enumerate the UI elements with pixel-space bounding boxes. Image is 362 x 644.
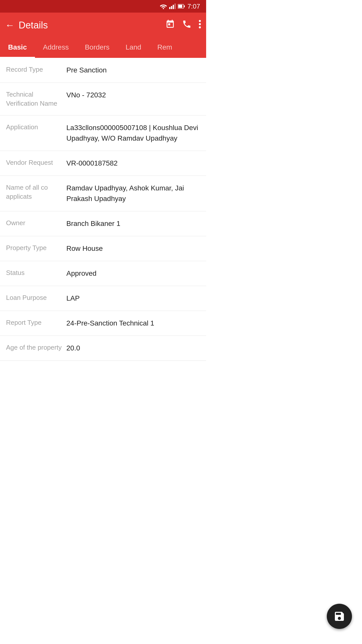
back-button[interactable]: ← <box>5 20 15 31</box>
wifi-icon <box>160 4 167 9</box>
details-content: Record Type Pre Sanction Technical Verif… <box>0 58 206 361</box>
tab-borders[interactable]: Borders <box>77 38 117 58</box>
application-row: Application La33cllons000005007108 | Kou… <box>0 115 206 151</box>
status-row: Status Approved <box>0 261 206 286</box>
svg-point-10 <box>199 26 201 28</box>
calendar-icon[interactable] <box>165 19 175 31</box>
svg-point-9 <box>199 23 201 25</box>
record-type-row: Record Type Pre Sanction <box>0 58 206 83</box>
application-value: La33cllons000005007108 | Koushlua Devi U… <box>66 123 200 144</box>
svg-rect-4 <box>174 4 176 9</box>
property-type-label: Property Type <box>6 243 66 252</box>
header: ← Details <box>0 13 206 38</box>
svg-rect-3 <box>173 5 174 9</box>
vendor-request-row: Vendor Request VR-0000187582 <box>0 151 206 176</box>
age-property-row: Age of the property 20.0 <box>0 336 206 361</box>
record-type-label: Record Type <box>6 65 66 74</box>
technical-verification-label: Technical Verification Name <box>6 90 66 108</box>
page-title: Details <box>19 20 48 31</box>
header-left: ← Details <box>5 20 48 31</box>
svg-point-0 <box>163 8 164 9</box>
age-property-value: 20.0 <box>66 343 200 353</box>
more-options-icon[interactable] <box>199 19 201 31</box>
report-type-value: 24-Pre-Sanction Technical 1 <box>66 318 200 329</box>
vendor-request-label: Vendor Request <box>6 158 66 167</box>
status-time: 7:07 <box>187 3 200 10</box>
svg-rect-7 <box>184 5 185 7</box>
status-label: Status <box>6 268 66 277</box>
property-type-value: Row House <box>66 243 200 254</box>
tab-land[interactable]: Land <box>117 38 149 58</box>
svg-rect-2 <box>171 6 172 9</box>
tab-address[interactable]: Address <box>35 38 77 58</box>
age-property-label: Age of the property <box>6 343 66 352</box>
application-label: Application <box>6 123 66 132</box>
status-value: Approved <box>66 268 200 279</box>
vendor-request-value: VR-0000187582 <box>66 158 200 169</box>
co-applicants-value: Ramdav Upadhyay, Ashok Kumar, Jai Prakas… <box>66 183 200 204</box>
svg-rect-1 <box>169 7 170 9</box>
report-type-label: Report Type <box>6 318 66 327</box>
record-type-value: Pre Sanction <box>66 65 200 75</box>
signal-icon <box>169 4 176 9</box>
technical-verification-row: Technical Verification Name VNo - 72032 <box>0 83 206 115</box>
owner-row: Owner Branch Bikaner 1 <box>0 211 206 236</box>
tab-rem[interactable]: Rem <box>149 38 180 58</box>
status-icons: 7:07 <box>160 3 200 10</box>
status-bar: 7:07 <box>0 0 206 13</box>
loan-purpose-row: Loan Purpose LAP <box>0 286 206 311</box>
loan-purpose-value: LAP <box>66 293 200 304</box>
owner-value: Branch Bikaner 1 <box>66 218 200 229</box>
svg-point-8 <box>199 20 201 22</box>
tab-basic[interactable]: Basic <box>0 38 35 58</box>
co-applicants-row: Name of all co applicats Ramdav Upadhyay… <box>0 176 206 211</box>
svg-rect-6 <box>178 5 182 8</box>
technical-verification-value: VNo - 72032 <box>66 90 200 100</box>
tabs-bar: Basic Address Borders Land Rem <box>0 38 206 58</box>
report-type-row: Report Type 24-Pre-Sanction Technical 1 <box>0 311 206 336</box>
phone-icon[interactable] <box>182 19 192 31</box>
co-applicants-label: Name of all co applicats <box>6 183 66 201</box>
loan-purpose-label: Loan Purpose <box>6 293 66 302</box>
property-type-row: Property Type Row House <box>0 236 206 261</box>
owner-label: Owner <box>6 218 66 227</box>
battery-icon <box>178 4 185 9</box>
header-actions <box>165 19 201 31</box>
